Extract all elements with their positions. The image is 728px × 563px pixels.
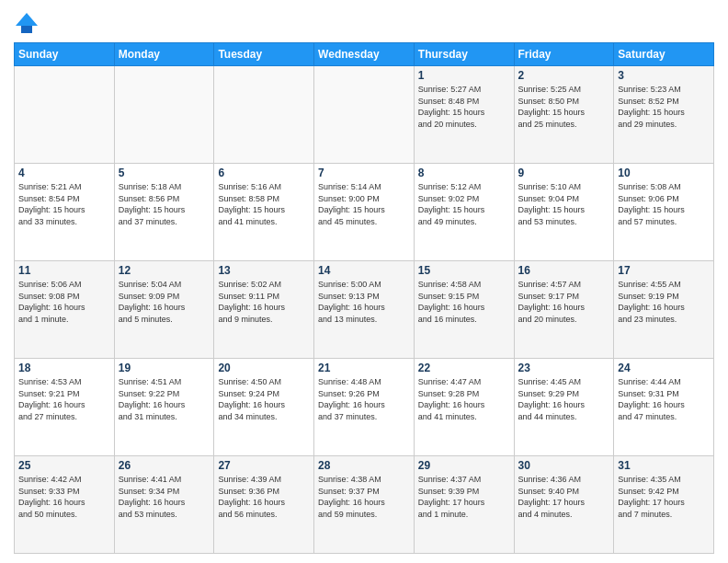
weekday-header-tuesday: Tuesday bbox=[214, 43, 314, 66]
calendar-cell: 1Sunrise: 5:27 AM Sunset: 8:48 PM Daylig… bbox=[414, 66, 514, 164]
calendar-cell: 30Sunrise: 4:36 AM Sunset: 9:40 PM Dayli… bbox=[514, 456, 614, 554]
weekday-header-saturday: Saturday bbox=[614, 43, 714, 66]
day-number: 11 bbox=[18, 264, 110, 277]
day-info: Sunrise: 5:04 AM Sunset: 9:09 PM Dayligh… bbox=[119, 279, 210, 325]
day-number: 23 bbox=[518, 362, 610, 374]
calendar-cell: 4Sunrise: 5:21 AM Sunset: 8:54 PM Daylig… bbox=[15, 164, 115, 261]
week-row-4: 18Sunrise: 4:53 AM Sunset: 9:21 PM Dayli… bbox=[15, 359, 714, 456]
calendar-cell: 6Sunrise: 5:16 AM Sunset: 8:58 PM Daylig… bbox=[214, 164, 314, 261]
day-info: Sunrise: 4:36 AM Sunset: 9:40 PM Dayligh… bbox=[518, 474, 610, 520]
day-number: 1 bbox=[418, 69, 510, 82]
day-number: 25 bbox=[18, 459, 110, 472]
calendar-cell: 27Sunrise: 4:39 AM Sunset: 9:36 PM Dayli… bbox=[214, 456, 314, 554]
day-info: Sunrise: 4:39 AM Sunset: 9:36 PM Dayligh… bbox=[218, 474, 310, 520]
weekday-header-friday: Friday bbox=[514, 43, 614, 66]
day-number: 3 bbox=[618, 69, 710, 82]
day-number: 13 bbox=[218, 264, 310, 277]
day-number: 21 bbox=[318, 362, 410, 374]
day-info: Sunrise: 4:48 AM Sunset: 9:26 PM Dayligh… bbox=[318, 376, 410, 422]
calendar-cell: 24Sunrise: 4:44 AM Sunset: 9:31 PM Dayli… bbox=[614, 359, 714, 456]
calendar-cell: 7Sunrise: 5:14 AM Sunset: 9:00 PM Daylig… bbox=[314, 164, 415, 261]
day-info: Sunrise: 4:53 AM Sunset: 9:21 PM Dayligh… bbox=[18, 376, 110, 422]
weekday-header-sunday: Sunday bbox=[15, 43, 115, 66]
day-number: 18 bbox=[18, 362, 110, 374]
day-info: Sunrise: 5:14 AM Sunset: 9:00 PM Dayligh… bbox=[318, 181, 410, 227]
day-info: Sunrise: 5:08 AM Sunset: 9:06 PM Dayligh… bbox=[618, 181, 710, 227]
day-number: 26 bbox=[119, 459, 210, 472]
calendar-cell: 12Sunrise: 5:04 AM Sunset: 9:09 PM Dayli… bbox=[114, 261, 214, 359]
day-info: Sunrise: 5:02 AM Sunset: 9:11 PM Dayligh… bbox=[218, 279, 310, 325]
calendar-cell: 17Sunrise: 4:55 AM Sunset: 9:19 PM Dayli… bbox=[614, 261, 714, 359]
weekday-header-thursday: Thursday bbox=[414, 43, 514, 66]
calendar-cell: 9Sunrise: 5:10 AM Sunset: 9:04 PM Daylig… bbox=[514, 164, 614, 261]
day-info: Sunrise: 4:45 AM Sunset: 9:29 PM Dayligh… bbox=[518, 376, 610, 422]
day-number: 10 bbox=[618, 167, 710, 179]
calendar-cell: 29Sunrise: 4:37 AM Sunset: 9:39 PM Dayli… bbox=[414, 456, 514, 554]
day-number: 28 bbox=[318, 459, 410, 472]
day-info: Sunrise: 5:00 AM Sunset: 9:13 PM Dayligh… bbox=[318, 279, 410, 325]
calendar-cell: 8Sunrise: 5:12 AM Sunset: 9:02 PM Daylig… bbox=[414, 164, 514, 261]
calendar-cell: 3Sunrise: 5:23 AM Sunset: 8:52 PM Daylig… bbox=[614, 66, 714, 164]
calendar-table: SundayMondayTuesdayWednesdayThursdayFrid… bbox=[14, 42, 714, 554]
day-number: 4 bbox=[18, 167, 110, 179]
day-number: 8 bbox=[418, 167, 510, 179]
day-info: Sunrise: 4:50 AM Sunset: 9:24 PM Dayligh… bbox=[218, 376, 310, 422]
day-info: Sunrise: 5:06 AM Sunset: 9:08 PM Dayligh… bbox=[18, 279, 110, 325]
day-number: 22 bbox=[418, 362, 510, 374]
calendar-cell: 16Sunrise: 4:57 AM Sunset: 9:17 PM Dayli… bbox=[514, 261, 614, 359]
calendar-cell: 21Sunrise: 4:48 AM Sunset: 9:26 PM Dayli… bbox=[314, 359, 415, 456]
weekday-header-wednesday: Wednesday bbox=[314, 43, 415, 66]
day-info: Sunrise: 4:51 AM Sunset: 9:22 PM Dayligh… bbox=[119, 376, 210, 422]
day-number: 14 bbox=[318, 264, 410, 277]
day-number: 12 bbox=[119, 264, 210, 277]
day-info: Sunrise: 5:12 AM Sunset: 9:02 PM Dayligh… bbox=[418, 181, 510, 227]
week-row-2: 4Sunrise: 5:21 AM Sunset: 8:54 PM Daylig… bbox=[15, 164, 714, 261]
calendar-cell bbox=[15, 66, 115, 164]
day-info: Sunrise: 4:58 AM Sunset: 9:15 PM Dayligh… bbox=[418, 279, 510, 325]
week-row-5: 25Sunrise: 4:42 AM Sunset: 9:33 PM Dayli… bbox=[15, 456, 714, 554]
day-number: 9 bbox=[518, 167, 610, 179]
day-number: 29 bbox=[418, 459, 510, 472]
calendar-cell: 22Sunrise: 4:47 AM Sunset: 9:28 PM Dayli… bbox=[414, 359, 514, 456]
day-info: Sunrise: 5:21 AM Sunset: 8:54 PM Dayligh… bbox=[18, 181, 110, 227]
calendar-cell: 26Sunrise: 4:41 AM Sunset: 9:34 PM Dayli… bbox=[114, 456, 214, 554]
day-number: 19 bbox=[119, 362, 210, 374]
logo bbox=[14, 9, 43, 35]
weekday-header-row: SundayMondayTuesdayWednesdayThursdayFrid… bbox=[15, 43, 714, 66]
day-info: Sunrise: 5:10 AM Sunset: 9:04 PM Dayligh… bbox=[518, 181, 610, 227]
calendar-cell: 28Sunrise: 4:38 AM Sunset: 9:37 PM Dayli… bbox=[314, 456, 415, 554]
calendar-cell: 14Sunrise: 5:00 AM Sunset: 9:13 PM Dayli… bbox=[314, 261, 415, 359]
day-number: 30 bbox=[518, 459, 610, 472]
day-info: Sunrise: 5:23 AM Sunset: 8:52 PM Dayligh… bbox=[618, 84, 710, 130]
day-info: Sunrise: 5:25 AM Sunset: 8:50 PM Dayligh… bbox=[518, 84, 610, 130]
day-number: 17 bbox=[618, 264, 710, 277]
day-info: Sunrise: 5:16 AM Sunset: 8:58 PM Dayligh… bbox=[218, 181, 310, 227]
calendar-cell: 25Sunrise: 4:42 AM Sunset: 9:33 PM Dayli… bbox=[15, 456, 115, 554]
day-info: Sunrise: 4:42 AM Sunset: 9:33 PM Dayligh… bbox=[18, 474, 110, 520]
day-info: Sunrise: 4:38 AM Sunset: 9:37 PM Dayligh… bbox=[318, 474, 410, 520]
day-info: Sunrise: 4:35 AM Sunset: 9:42 PM Dayligh… bbox=[618, 474, 710, 520]
svg-rect-2 bbox=[21, 26, 32, 33]
calendar-cell: 20Sunrise: 4:50 AM Sunset: 9:24 PM Dayli… bbox=[214, 359, 314, 456]
day-info: Sunrise: 4:55 AM Sunset: 9:19 PM Dayligh… bbox=[618, 279, 710, 325]
day-info: Sunrise: 4:57 AM Sunset: 9:17 PM Dayligh… bbox=[518, 279, 610, 325]
day-number: 7 bbox=[318, 167, 410, 179]
calendar-cell: 5Sunrise: 5:18 AM Sunset: 8:56 PM Daylig… bbox=[114, 164, 214, 261]
day-number: 5 bbox=[119, 167, 210, 179]
day-info: Sunrise: 5:27 AM Sunset: 8:48 PM Dayligh… bbox=[418, 84, 510, 130]
day-info: Sunrise: 5:18 AM Sunset: 8:56 PM Dayligh… bbox=[119, 181, 210, 227]
calendar-cell: 11Sunrise: 5:06 AM Sunset: 9:08 PM Dayli… bbox=[15, 261, 115, 359]
calendar-cell: 23Sunrise: 4:45 AM Sunset: 9:29 PM Dayli… bbox=[514, 359, 614, 456]
day-number: 6 bbox=[218, 167, 310, 179]
calendar-cell bbox=[214, 66, 314, 164]
day-number: 2 bbox=[518, 69, 610, 82]
calendar-cell: 31Sunrise: 4:35 AM Sunset: 9:42 PM Dayli… bbox=[614, 456, 714, 554]
calendar-cell: 10Sunrise: 5:08 AM Sunset: 9:06 PM Dayli… bbox=[614, 164, 714, 261]
day-info: Sunrise: 4:41 AM Sunset: 9:34 PM Dayligh… bbox=[119, 474, 210, 520]
day-info: Sunrise: 4:47 AM Sunset: 9:28 PM Dayligh… bbox=[418, 376, 510, 422]
calendar-cell: 18Sunrise: 4:53 AM Sunset: 9:21 PM Dayli… bbox=[15, 359, 115, 456]
calendar-cell bbox=[314, 66, 415, 164]
day-number: 31 bbox=[618, 459, 710, 472]
day-number: 24 bbox=[618, 362, 710, 374]
calendar-cell: 15Sunrise: 4:58 AM Sunset: 9:15 PM Dayli… bbox=[414, 261, 514, 359]
